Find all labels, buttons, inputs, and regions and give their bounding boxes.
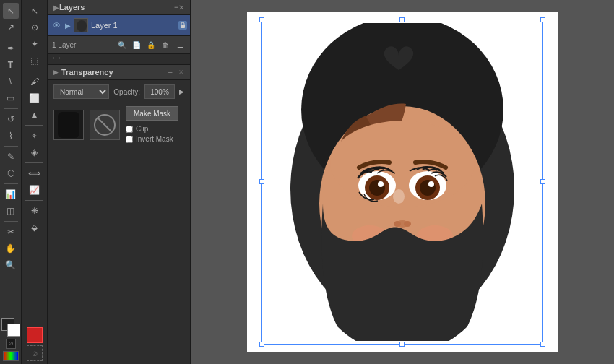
background-color[interactable] [7,324,20,337]
clip-area: Clip Invert Mask [126,125,178,143]
layers-menu-btn[interactable]: ☰ [174,39,186,51]
handle-middle-right[interactable] [540,179,545,184]
invert-mask-checkbox[interactable] [126,136,133,143]
transparency-collapse-icon[interactable]: ▶ [53,69,59,76]
symbol-tool[interactable]: ❋ [27,203,43,219]
direct-selection-tool[interactable]: ↗ [3,20,19,35]
layers-panel-header: ▶ Layers ≡ ✕ [48,0,190,15]
eraser-tool[interactable]: ⬜ [27,90,43,106]
perspective-tool[interactable]: ⬙ [27,220,43,235]
empty-mask-slot[interactable] [90,110,120,140]
blend-mode-select[interactable]: Normal Multiply Screen Overlay [53,84,109,99]
zoom-tool[interactable]: 🔍 [3,257,19,273]
layer-expand-arrow[interactable]: ▶ [65,22,71,30]
scissors-tool[interactable]: ✂ [3,224,19,240]
move-tool-opt[interactable]: ↖ [27,3,43,19]
mask-thumbnail[interactable] [53,110,84,140]
none-color[interactable]: ∅ [6,339,16,349]
layer-lock-icon[interactable] [178,21,187,30]
brush-tool[interactable]: 🖌 [27,74,43,90]
layers-lock-btn[interactable]: 🔒 [145,39,157,51]
hand-tool[interactable]: ✋ [3,240,19,256]
layer-name: Layer 1 [91,21,176,30]
transparency-controls: Normal Multiply Screen Overlay Opacity: … [48,80,190,103]
fill-tool[interactable]: ▲ [27,107,43,123]
make-mask-button[interactable]: Make Mask [126,106,178,121]
layers-delete-btn[interactable]: 🗑 [160,39,171,51]
eyedropper-tool[interactable]: ✎ [3,149,19,165]
measure-tool[interactable]: ⟺ [27,165,43,181]
layers-collapse-btn[interactable]: ▶ [53,4,59,12]
invert-mask-label: Invert Mask [136,135,173,143]
svg-point-23 [393,189,405,204]
transparency-panel-drag: ⋮⋮ [48,54,190,64]
layers-new-btn[interactable]: 📄 [131,39,142,51]
panels-area: ▶ Layers ≡ ✕ 👁 ▶ Layer 1 [48,0,191,364]
opacity-input[interactable] [144,84,175,99]
rotate-tool[interactable]: ↺ [3,111,19,127]
clip-label: Clip [136,125,148,133]
clip-checkbox[interactable] [126,126,133,133]
handle-bottom-left[interactable] [259,342,264,347]
toolbar-separator-1 [4,38,18,38]
color-swatches[interactable] [1,318,20,337]
secondary-toolbar: ↖ ⊙ ✦ ⬚ 🖌 ⬜ ▲ ⌖ ◈ ⟺ 📈 ❋ ⬙ ⊘ [22,0,48,364]
handle-bottom-right[interactable] [540,342,545,347]
gradient-swatch[interactable] [3,351,19,361]
canvas-area [191,0,614,364]
opacity-arrow-icon[interactable]: ▶ [179,88,184,95]
transparency-panel: ▶ Transparency ≡ ✕ Normal Multiply Scree… [48,64,190,364]
layers-search-btn[interactable]: 🔍 [116,39,128,51]
handle-bottom-middle[interactable] [399,342,405,347]
layer-thumbnail [74,18,88,32]
handle-middle-left[interactable] [259,179,264,184]
gradient-tool[interactable]: ◫ [3,203,19,219]
toolbar-separator-5 [4,221,18,222]
toolbar-separator-2 [4,108,18,109]
svg-line-4 [98,118,112,132]
transparency-panel-close[interactable]: ✕ [178,69,184,76]
mask-area: Make Mask Clip Invert Mask [48,103,190,146]
transparency-panel-menu[interactable]: ≡ [168,68,173,77]
handle-top-middle[interactable] [399,17,405,22]
svg-point-1 [77,20,87,32]
line-tool[interactable]: \ [3,74,19,90]
magic-wand[interactable]: ✦ [27,36,43,52]
layers-panel-title: Layers [59,3,85,12]
layers-panel-close[interactable]: ✕ [178,4,184,12]
crop-tool[interactable]: ⬚ [27,53,43,69]
rectangle-tool[interactable]: ▭ [3,90,19,106]
shape-builder[interactable]: ◈ [27,144,43,160]
warp-tool[interactable]: ⌇ [3,128,19,144]
type-tool[interactable]: T [3,57,19,73]
transparency-panel-title: Transparency [61,68,165,77]
handle-top-right[interactable] [540,17,545,22]
color-indicator [27,327,43,343]
mask-thumb-inner [58,112,79,138]
layers-panel: ▶ Layers ≡ ✕ 👁 ▶ Layer 1 [48,0,190,53]
mask-buttons: Make Mask Clip Invert Mask [126,106,178,143]
sep2-1 [25,71,43,72]
handle-top-left[interactable] [259,17,264,22]
selection-tool[interactable]: ↖ [3,3,19,19]
layer-visibility-toggle[interactable]: 👁 [51,20,62,31]
pattern-indicator: ⊘ [27,345,43,361]
clip-checkbox-row[interactable]: Clip [126,125,178,133]
graph-tool[interactable]: 📊 [3,186,19,202]
transparency-panel-header: ▶ Transparency ≡ ✕ [48,65,190,80]
sep2-2 [25,125,43,126]
chart-tool[interactable]: 📈 [27,182,43,198]
blend-tool[interactable]: ⬡ [3,165,19,181]
toolbar-separator-3 [4,146,18,147]
character-illustration [265,23,540,341]
layer-count: 1 Layer [52,41,113,49]
svg-point-18 [394,221,401,227]
layer-row[interactable]: 👁 ▶ Layer 1 [48,15,190,35]
path-tool-2[interactable]: ⌖ [27,128,43,144]
lasso-tool[interactable]: ⊙ [27,20,43,35]
invert-mask-checkbox-row[interactable]: Invert Mask [126,135,178,143]
svg-rect-2 [181,25,185,28]
canvas-document [247,12,558,352]
opacity-label: Opacity: [113,88,140,96]
pen-tool[interactable]: ✒ [3,40,19,56]
